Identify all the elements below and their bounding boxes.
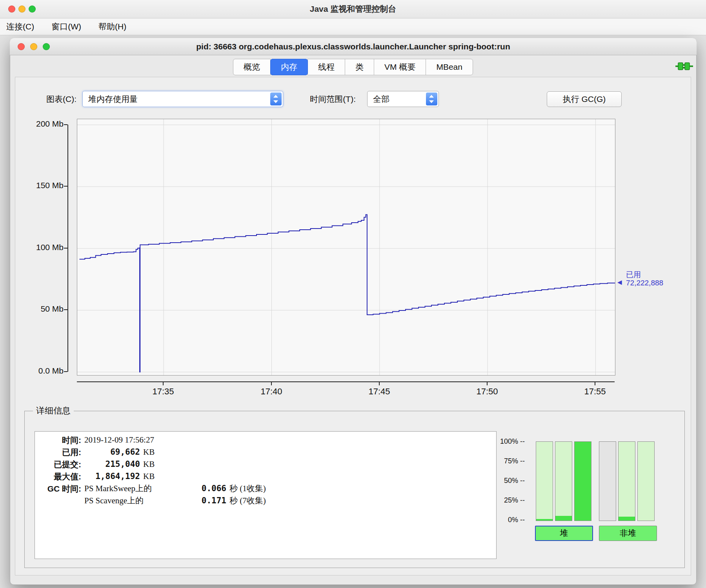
gauge-percent-label: 25% --	[482, 496, 525, 505]
memory-pool-bar-fill	[555, 516, 572, 521]
gauge-percent-label: 100% --	[482, 437, 525, 446]
memory-pool-bar-heap-1[interactable]	[555, 441, 572, 521]
memory-pool-gauges: 100% --75% --50% --25% --0% --	[0, 0, 706, 588]
memory-pool-bar-nonheap-0[interactable]	[599, 441, 616, 521]
memory-pool-bar-fill	[536, 519, 553, 521]
memory-pool-bar-heap-2[interactable]	[574, 441, 591, 521]
tab-memory[interactable]: 内存	[270, 59, 308, 75]
gauge-percent-label: 75% --	[482, 457, 525, 465]
gauge-percent-label: 0% --	[482, 516, 525, 524]
memory-pool-bar-heap-0[interactable]	[536, 441, 553, 521]
heap-toggle-button[interactable]: 堆	[535, 526, 593, 541]
memory-pool-bar-fill	[575, 442, 591, 521]
memory-pool-bar-fill	[619, 517, 635, 521]
nonheap-toggle-button[interactable]: 非堆	[599, 526, 657, 541]
gauge-percent-label: 50% --	[482, 477, 525, 485]
memory-pool-bar-nonheap-2[interactable]	[637, 441, 655, 521]
memory-pool-bar-nonheap-1[interactable]	[618, 441, 635, 521]
